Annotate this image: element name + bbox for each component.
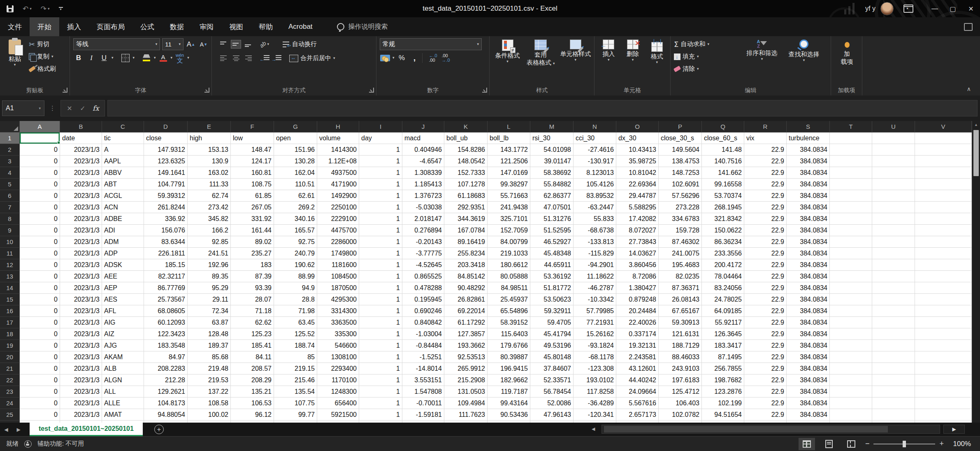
decrease-decimal-button[interactable]: .00→.0 bbox=[441, 52, 451, 63]
scroll-left-icon[interactable]: ◀ bbox=[592, 426, 595, 432]
cell-B6[interactable]: 2023/1/3 bbox=[60, 190, 102, 202]
cell-K22[interactable]: 215.2908 bbox=[444, 374, 488, 386]
cell-A10[interactable]: 0 bbox=[20, 236, 60, 248]
cell-R7[interactable]: 22.9 bbox=[744, 202, 787, 213]
col-header-O[interactable]: O bbox=[616, 121, 659, 133]
cell-L4[interactable]: 147.0169 bbox=[488, 167, 530, 179]
addins-button[interactable]: 加 载项 bbox=[836, 38, 859, 85]
cell-J21[interactable]: -14.8014 bbox=[402, 363, 444, 374]
cell-C19[interactable]: AJG bbox=[102, 340, 144, 351]
cell-N10[interactable]: -133.813 bbox=[574, 236, 616, 248]
cell-Q17[interactable]: 55.92117 bbox=[702, 317, 744, 328]
borders-button[interactable] bbox=[120, 52, 131, 63]
tab-file[interactable]: 文件 bbox=[0, 17, 30, 36]
cell-U5[interactable] bbox=[872, 179, 915, 190]
cell-S14[interactable]: 384.0834 bbox=[787, 282, 830, 294]
cell-A5[interactable]: 0 bbox=[20, 179, 60, 190]
cell-V11[interactable] bbox=[915, 248, 972, 259]
cell-Q9[interactable]: 150.0622 bbox=[702, 225, 744, 236]
cell-S11[interactable]: 384.0834 bbox=[787, 248, 830, 259]
cell-I7[interactable]: 1 bbox=[359, 202, 402, 213]
fill-color-button[interactable] bbox=[141, 52, 152, 63]
cell-U1[interactable] bbox=[872, 133, 915, 144]
cell-J17[interactable]: 0.840842 bbox=[402, 317, 444, 328]
cell-H1[interactable]: volume bbox=[317, 133, 359, 144]
cell-K21[interactable]: 265.9912 bbox=[444, 363, 488, 374]
cell-D19[interactable]: 183.3548 bbox=[144, 340, 188, 351]
cell-E21[interactable]: 219.48 bbox=[188, 363, 231, 374]
row-header-23[interactable]: 23 bbox=[0, 386, 20, 398]
select-all-corner[interactable] bbox=[0, 121, 20, 133]
cell-U16[interactable] bbox=[872, 305, 915, 317]
cell-P16[interactable]: 67.65167 bbox=[659, 305, 702, 317]
cell-G3[interactable]: 130.28 bbox=[274, 156, 317, 167]
col-header-V[interactable]: V bbox=[915, 121, 972, 133]
cell-Q1[interactable]: close_60_s bbox=[702, 133, 744, 144]
cell-U3[interactable] bbox=[872, 156, 915, 167]
row-header-20[interactable]: 20 bbox=[0, 351, 20, 363]
cell-H19[interactable]: 546600 bbox=[317, 340, 359, 351]
cell-R22[interactable]: 22.9 bbox=[744, 374, 787, 386]
cell-D12[interactable]: 185.15 bbox=[144, 259, 188, 271]
cell-P7[interactable]: 273.228 bbox=[659, 202, 702, 213]
cell-O19[interactable]: 19.32131 bbox=[616, 340, 659, 351]
row-header-9[interactable]: 9 bbox=[0, 225, 20, 236]
cell-K15[interactable]: 26.82861 bbox=[444, 294, 488, 305]
row-header-7[interactable]: 7 bbox=[0, 202, 20, 213]
cell-O1[interactable]: dx_30 bbox=[616, 133, 659, 144]
cell-O24[interactable]: 5.567616 bbox=[616, 398, 659, 409]
row-header-2[interactable]: 2 bbox=[0, 144, 20, 156]
cell-P9[interactable]: 159.728 bbox=[659, 225, 702, 236]
cell-G18[interactable]: 125.52 bbox=[274, 328, 317, 340]
cell-D24[interactable]: 104.8173 bbox=[144, 398, 188, 409]
cell-P15[interactable]: 26.08143 bbox=[659, 294, 702, 305]
cell-J12[interactable]: -4.52645 bbox=[402, 259, 444, 271]
col-header-F[interactable]: F bbox=[231, 121, 274, 133]
cell-T24[interactable] bbox=[830, 398, 872, 409]
cell-T11[interactable] bbox=[830, 248, 872, 259]
horizontal-scroll-thumb[interactable] bbox=[604, 426, 888, 432]
format-cells-button[interactable]: |↔| 格式▾ bbox=[646, 38, 668, 85]
italic-button[interactable]: I bbox=[86, 52, 97, 63]
row-header-6[interactable]: 6 bbox=[0, 190, 20, 202]
cell-U9[interactable] bbox=[872, 225, 915, 236]
cell-Q23[interactable]: 123.2876 bbox=[702, 386, 744, 398]
cell-E7[interactable]: 273.42 bbox=[188, 202, 231, 213]
cell-O8[interactable]: 17.42082 bbox=[616, 213, 659, 225]
cell-C9[interactable]: ADI bbox=[102, 225, 144, 236]
cell-P1[interactable]: close_30_s bbox=[659, 133, 702, 144]
cell-L2[interactable]: 143.1772 bbox=[488, 144, 530, 156]
cell-P5[interactable]: 102.6091 bbox=[659, 179, 702, 190]
cell-F5[interactable]: 108.75 bbox=[231, 179, 274, 190]
cell-V21[interactable] bbox=[915, 363, 972, 374]
cell-O10[interactable]: 27.73843 bbox=[616, 236, 659, 248]
tab-data[interactable]: 数据 bbox=[162, 17, 192, 36]
percent-button[interactable]: % bbox=[397, 52, 407, 63]
cell-M13[interactable]: 53.36192 bbox=[530, 271, 574, 282]
cell-K10[interactable]: 89.16419 bbox=[444, 236, 488, 248]
cell-M14[interactable]: 51.81772 bbox=[530, 282, 574, 294]
cell-H23[interactable]: 1248300 bbox=[317, 386, 359, 398]
cell-M1[interactable]: rsi_30 bbox=[530, 133, 574, 144]
cell-V19[interactable] bbox=[915, 340, 972, 351]
cell-B4[interactable]: 2023/1/3 bbox=[60, 167, 102, 179]
row-header-18[interactable]: 18 bbox=[0, 328, 20, 340]
cell-T25[interactable] bbox=[830, 409, 872, 421]
cell-E20[interactable]: 85.68 bbox=[188, 351, 231, 363]
cell-O6[interactable]: 29.44787 bbox=[616, 190, 659, 202]
cell-R5[interactable]: 22.9 bbox=[744, 179, 787, 190]
col-header-J[interactable]: J bbox=[402, 121, 444, 133]
scroll-right-icon[interactable]: ▶ bbox=[943, 425, 965, 434]
align-left-button[interactable] bbox=[218, 54, 229, 63]
cell-U12[interactable] bbox=[872, 259, 915, 271]
cell-Q14[interactable]: 83.24056 bbox=[702, 282, 744, 294]
cell-S24[interactable]: 384.0834 bbox=[787, 398, 830, 409]
cell-A3[interactable]: 0 bbox=[20, 156, 60, 167]
format-painter-button[interactable]: 格式刷 bbox=[29, 63, 56, 75]
dialog-launcher-icon[interactable] bbox=[482, 88, 487, 93]
cell-S9[interactable]: 384.0834 bbox=[787, 225, 830, 236]
dialog-launcher-icon[interactable] bbox=[369, 88, 374, 93]
cell-J7[interactable]: -5.03038 bbox=[402, 202, 444, 213]
align-middle-button[interactable] bbox=[231, 40, 241, 49]
cell-V8[interactable] bbox=[915, 213, 972, 225]
